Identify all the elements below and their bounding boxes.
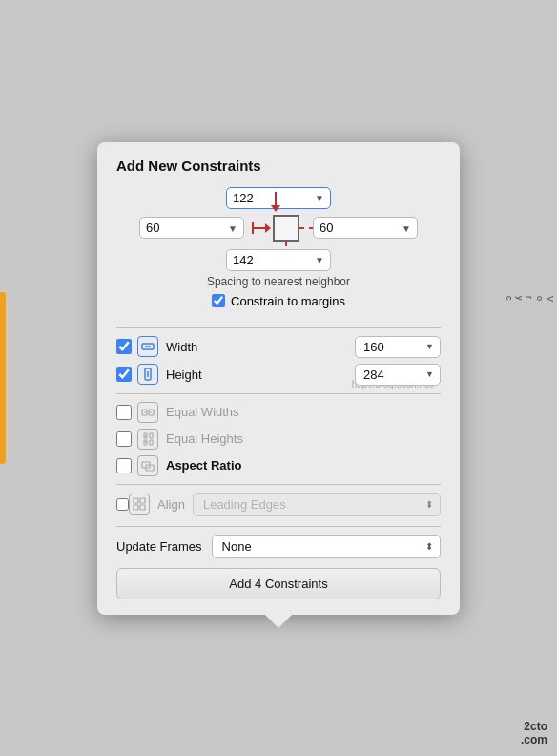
align-icon <box>129 494 150 514</box>
height-row: Height 284 ▼ <box>116 364 441 386</box>
watermark-text: 2cto <box>521 720 547 733</box>
bottom-spacing-wrapper: 142 ▼ <box>226 249 331 271</box>
aspect-ratio-label: Aspect Ratio <box>166 458 441 472</box>
svg-rect-13 <box>150 440 153 445</box>
center-box <box>273 215 299 242</box>
spacing-label: Spacing to nearest neighbor <box>207 275 350 288</box>
align-row: Align Leading Edges ⬍ <box>116 493 441 516</box>
sidebar-accent <box>0 292 6 464</box>
svg-rect-18 <box>134 505 138 510</box>
equal-widths-row: Equal Widths <box>116 402 441 423</box>
svg-rect-19 <box>140 505 145 510</box>
height-checkbox[interactable] <box>116 367 132 382</box>
align-select-wrap: Leading Edges ⬍ <box>193 493 441 516</box>
divider-2 <box>116 393 441 394</box>
left-spacing-wrapper: 60 ▼ <box>139 217 244 239</box>
align-checkbox[interactable] <box>116 498 129 511</box>
width-row: Width 160 ▼ <box>116 336 441 358</box>
update-select[interactable]: None <box>212 535 441 558</box>
height-value-wrap: 284 ▼ <box>355 364 441 386</box>
top-arrow <box>271 192 280 212</box>
constrain-label: Constrain to margins <box>231 294 345 308</box>
right-spacing-wrapper: 60 ▼ <box>313 217 418 239</box>
equal-widths-label: Equal Widths <box>166 405 441 419</box>
watermark-sub: .com <box>521 733 547 746</box>
middle-spacing-row: 60 ▼ <box>139 215 418 242</box>
equal-heights-label: Equal Heights <box>166 431 441 446</box>
diagram-box-area <box>252 215 299 242</box>
top-arrow-line <box>275 192 277 205</box>
constrain-row: Constrain to margins <box>212 294 345 308</box>
watermark: 2cto .com <box>521 720 547 746</box>
update-label: Update Frames <box>116 539 202 554</box>
aspect-ratio-icon <box>137 455 158 476</box>
width-checkbox[interactable] <box>116 339 132 354</box>
width-icon <box>137 336 158 357</box>
equal-heights-row: Equal Heights <box>116 429 441 450</box>
height-select[interactable]: 284 <box>355 364 441 386</box>
add-constraints-panel: Add New Constraints 122 ▼ 60 ▼ <box>97 142 460 615</box>
left-red-arrow <box>252 222 271 234</box>
add-constraints-button[interactable]: Add 4 Constraints <box>116 568 441 599</box>
divider-4 <box>116 526 441 527</box>
update-row: Update Frames None ⬍ <box>116 535 441 558</box>
divider-1 <box>116 327 441 328</box>
equal-widths-checkbox[interactable] <box>116 405 132 420</box>
bottom-spacing-select[interactable]: 142 <box>226 249 331 271</box>
spacing-area: 122 ▼ 60 ▼ <box>116 187 441 320</box>
update-select-wrap: None ⬍ <box>212 535 441 558</box>
svg-rect-16 <box>134 498 138 503</box>
top-arrow-head <box>271 205 280 212</box>
svg-rect-12 <box>150 433 153 438</box>
align-select: Leading Edges <box>193 493 441 516</box>
left-spacing-select[interactable]: 60 <box>139 217 244 239</box>
width-value-wrap: 160 ▼ <box>355 336 441 358</box>
aspect-ratio-checkbox[interactable] <box>116 458 132 473</box>
svg-rect-17 <box>140 498 145 503</box>
panel-title: Add New Constraints <box>116 158 441 174</box>
height-icon <box>137 364 158 385</box>
width-label: Width <box>166 340 355 354</box>
left-hline <box>254 227 265 229</box>
right-spacing-select[interactable]: 60 <box>313 217 418 239</box>
aspect-ratio-row: Aspect Ratio <box>116 455 441 476</box>
equal-widths-icon <box>137 402 158 423</box>
constrain-checkbox[interactable] <box>212 294 225 307</box>
left-arrow-head <box>265 223 271 233</box>
equal-heights-checkbox[interactable] <box>116 431 132 447</box>
equal-heights-icon <box>137 429 158 450</box>
align-label: Align <box>157 497 185 512</box>
divider-3 <box>116 484 441 485</box>
width-select[interactable]: 160 <box>355 336 441 358</box>
height-label: Height <box>166 368 355 382</box>
bottom-spacing-row: 142 ▼ <box>226 249 331 271</box>
right-bleed-text: Voryc <box>504 296 555 302</box>
